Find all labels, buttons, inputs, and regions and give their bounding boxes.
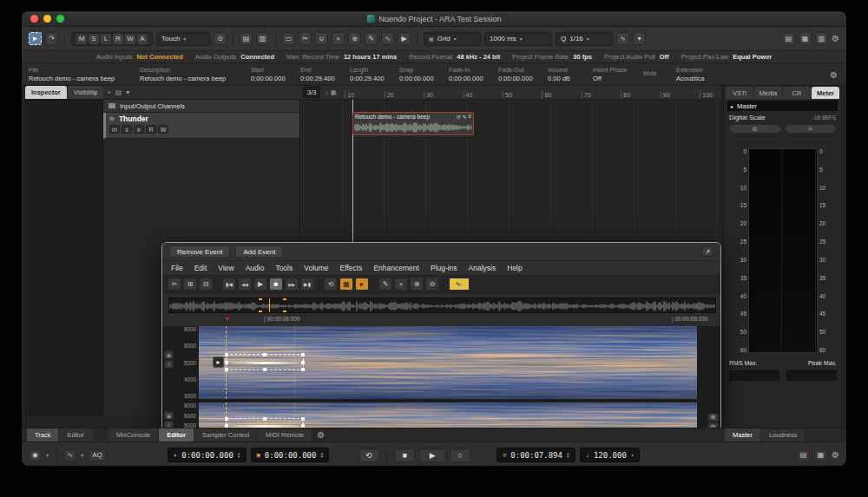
zoom-tool[interactable]: ⊕ (348, 32, 361, 45)
audio-activity-icon[interactable]: ∿ (63, 449, 76, 461)
right-zone-tab[interactable]: VSTi (726, 87, 753, 99)
warp-tool[interactable]: ∿ (381, 32, 394, 45)
timeline-grid-icon[interactable]: ▦ (331, 89, 337, 96)
thunder-track[interactable]: ⊙ Thunder mseRW (103, 113, 299, 139)
info-field[interactable]: Description Retouch demo - camera beep (140, 67, 251, 82)
selection-handle[interactable] (225, 417, 228, 421)
selection-handle[interactable] (225, 368, 228, 371)
selection-handle[interactable] (263, 417, 266, 421)
status-item[interactable]: Record Format 48 kHz - 24 bit (409, 53, 500, 61)
status-item[interactable]: Project Frame Rate 30 fps (512, 53, 592, 61)
record-button[interactable]: ○ (450, 448, 470, 462)
forward-button[interactable]: ▶▶ (285, 278, 299, 291)
audio-event[interactable]: Retouch demo - camera beep ↺ ✎ ≡ (352, 112, 474, 135)
rewind-button[interactable]: ◀◀ (238, 278, 252, 291)
zoom-in-icon[interactable]: ⊕ (410, 278, 424, 291)
channel-vzoom-icon[interactable]: ↕ (164, 360, 174, 369)
right-zone-tab[interactable]: Meter (812, 87, 839, 99)
rms-max-value[interactable] (729, 370, 779, 381)
track-monitor-icon[interactable]: ⊙ (109, 115, 115, 122)
selection-handle[interactable] (263, 353, 266, 356)
info-field[interactable]: Snap 0:00:00.000 (399, 67, 449, 82)
lower-zone-tab[interactable]: MixConsole (108, 428, 158, 441)
track-control-button[interactable]: s (122, 125, 132, 134)
lower-zone-tab[interactable]: Sampler Control (194, 428, 257, 441)
go-to-end-button[interactable]: ▶▮ (300, 278, 314, 291)
track-state-button[interactable]: A (137, 34, 148, 44)
selection-handle[interactable] (225, 361, 228, 364)
peak-max-value[interactable] (786, 370, 837, 381)
info-field[interactable]: Invert Phase Off (593, 67, 643, 82)
info-field[interactable]: Fade-In 0:00:00.000 (449, 67, 498, 82)
add-event-button[interactable]: Add Event (235, 245, 283, 258)
editor-menu-item[interactable]: Analysis (469, 264, 496, 272)
cut-icon[interactable]: ✂ (168, 278, 181, 291)
zone-left-button[interactable]: ▤ (782, 32, 795, 45)
info-field[interactable]: Volume 0.00 dB (548, 67, 593, 82)
pencil-tool-icon[interactable]: ✎ (378, 278, 392, 291)
magic-wand-button[interactable]: ϟ▾ (449, 278, 470, 291)
left-zone-menu-icon[interactable]: ≡ (93, 88, 97, 97)
timeline-ruler[interactable]: 102030405060708090100 (336, 86, 721, 99)
erase-tool[interactable]: × (332, 32, 345, 45)
info-field[interactable]: Length 0:00:29.400 (350, 67, 399, 82)
status-item[interactable]: Audio Outputs Connected (195, 53, 274, 61)
track-control-button[interactable]: m (109, 125, 120, 134)
status-item[interactable]: Audio Inputs Not Connected (96, 53, 183, 61)
lower-zone-tab[interactable]: Editor (159, 428, 194, 441)
selection-handle[interactable] (263, 368, 266, 371)
meter-mode-b-button[interactable]: ≡ (785, 124, 837, 134)
status-item[interactable]: Project Audio Pull Off (604, 53, 669, 61)
time-spinner[interactable]: ▲▼ (567, 452, 569, 459)
vzoom-in-icon[interactable]: ⊕ (707, 413, 719, 422)
info-field[interactable]: Start 0:00:00.000 (251, 67, 300, 82)
event-menu-icon[interactable]: ≡ (468, 114, 471, 120)
range-selection-tool[interactable]: ▭ (282, 32, 295, 45)
channel-zoom-icon[interactable]: ⊕ (164, 350, 174, 359)
track-control-button[interactable]: W (158, 125, 168, 134)
right-zone-bottom-tab[interactable]: Loudness (761, 428, 806, 441)
glue-tool[interactable]: ∪ (315, 32, 328, 45)
io-channels-track[interactable]: Input/Output Channels (103, 100, 299, 113)
titlebar[interactable]: Nuendo Project - ARA Test Session (22, 11, 846, 27)
track-add-icon[interactable]: + (107, 88, 111, 96)
left-zone-tab[interactable]: Visibility (68, 86, 103, 99)
selection-handle[interactable] (225, 353, 228, 356)
right-zone-tab[interactable]: Media (754, 87, 782, 99)
editor-menu-item[interactable]: Effects (340, 264, 363, 272)
play-tool[interactable]: ▶ (398, 32, 411, 45)
lower-zone-gear-icon[interactable]: ⚙ (317, 430, 325, 440)
spectral-selection-left[interactable]: ▸ (226, 354, 304, 370)
audio-quantize-button[interactable]: AQ (88, 449, 107, 461)
view-range-bracket-left[interactable] (259, 298, 262, 312)
stop-button[interactable]: ■ (269, 278, 283, 291)
auto-scroll-button[interactable]: ▸ (355, 278, 369, 291)
chevron-down-icon[interactable]: ▾ (46, 452, 49, 458)
view-range-bracket-right[interactable] (283, 298, 286, 312)
eraser-tool-icon[interactable]: × (394, 278, 408, 291)
selection-expand-button[interactable]: ▸ (213, 356, 224, 368)
editor-menu-item[interactable]: Enhancement (373, 264, 418, 272)
selection-handle[interactable] (301, 424, 305, 428)
marker-home-icon[interactable]: ⌂ (325, 89, 328, 95)
chevron-down-icon[interactable]: ▾ (81, 452, 83, 458)
editor-menu-item[interactable]: Edit (194, 264, 207, 272)
remove-event-button[interactable]: Remove Event (169, 245, 230, 258)
output-activity-icon[interactable]: ▦ (814, 449, 827, 461)
track-state-button[interactable]: S (89, 34, 99, 44)
info-field[interactable]: File Retouch demo - camera beep (29, 67, 140, 82)
editor-time-ruler[interactable]: ▼ | 00:00:08.000 | 00:00:09.000 (168, 316, 716, 325)
track-state-button[interactable]: W (125, 34, 135, 44)
zoom-out-icon[interactable]: ⊖ (425, 278, 439, 291)
track-state-button[interactable]: L (101, 34, 111, 44)
activate-project-icon[interactable]: ◉ (29, 449, 42, 461)
selection-handle[interactable] (225, 424, 228, 428)
transport-setup-gear-icon[interactable]: ⚙ (832, 450, 839, 460)
quantize-panel-button[interactable]: ▾ (633, 32, 646, 45)
setup-icon[interactable]: ▤ (240, 32, 253, 45)
zone-lower-button[interactable]: ▦ (799, 32, 812, 45)
draw-tool[interactable]: ✎ (365, 32, 378, 45)
windows-icon[interactable]: ▥ (256, 32, 269, 45)
track-control-button[interactable]: e (134, 125, 144, 134)
spectrogram-left-channel[interactable]: ▸ (199, 326, 697, 399)
